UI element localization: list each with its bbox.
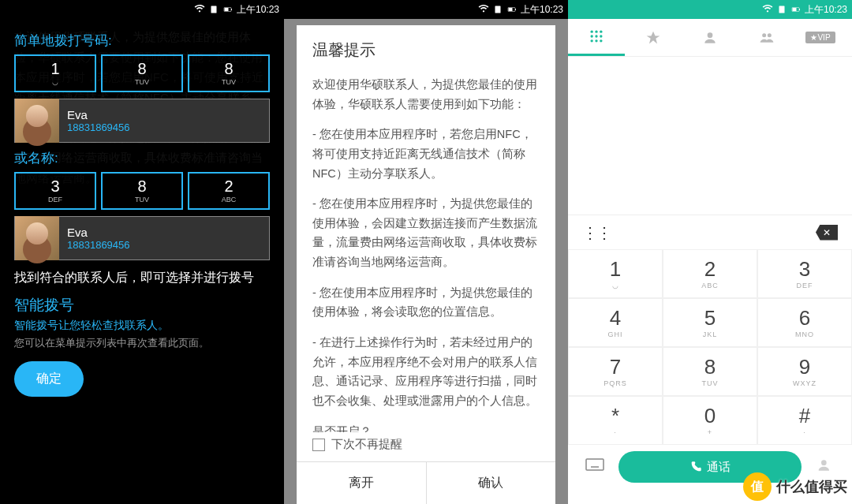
svg-point-13 bbox=[595, 31, 597, 33]
svg-point-12 bbox=[591, 31, 593, 33]
digit-bar: ⋮⋮ ✕ bbox=[568, 215, 852, 249]
status-time: 上午10:23 bbox=[805, 3, 847, 17]
dialog: 温馨提示 欢迎使用华硕联系人，为提供您最佳的使用体验，华硕联系人需要使用到如下功… bbox=[297, 25, 555, 504]
contact-card[interactable]: Eva 18831869456 bbox=[14, 216, 270, 260]
blank-area bbox=[568, 57, 852, 215]
svg-point-19 bbox=[595, 39, 597, 42]
screen-dialer: 上午10:23 ★VIP ⋮⋮ ✕ 1◡2ABC3DEF4GHI5JKL6MNO… bbox=[568, 0, 852, 504]
confirm-button[interactable]: 确认 bbox=[427, 462, 556, 504]
contact-name: Eva bbox=[67, 226, 130, 239]
tutorial-overlay: 简单地拨打号码: 1◡ 8TUV 8TUV Eva 18831869456 或名… bbox=[0, 19, 284, 504]
dial-key[interactable]: 8TUV bbox=[188, 54, 270, 92]
tab-bar: ★VIP bbox=[568, 19, 852, 57]
instruction-text: 找到符合的联系人后，即可选择并进行拨号 bbox=[14, 268, 270, 287]
dialog-paragraph: 欢迎使用华硕联系人，为提供您最佳的使用体验，华硕联系人需要使用到如下功能： bbox=[312, 75, 540, 114]
svg-rect-4 bbox=[495, 6, 500, 13]
watermark-text: 什么值得买 bbox=[776, 477, 847, 496]
svg-point-23 bbox=[768, 33, 772, 37]
svg-point-22 bbox=[762, 33, 766, 37]
dial-key-4[interactable]: 4GHI bbox=[568, 298, 663, 347]
dial-key-8[interactable]: 8TUV bbox=[663, 347, 757, 396]
contact-phone: 18831869456 bbox=[67, 239, 130, 251]
status-bar: 上午10:23 bbox=[568, 0, 852, 19]
screen-smart-dial: 上午10:23 欢迎使用华硕联系人，为提供您最佳的使用体验，华硕联系人需要使用到… bbox=[0, 0, 284, 504]
contact-name: Eva bbox=[67, 108, 130, 121]
feature-title: 智能拨号 bbox=[14, 295, 270, 315]
svg-point-20 bbox=[600, 39, 602, 42]
svg-rect-6 bbox=[508, 8, 512, 11]
leave-button[interactable]: 离开 bbox=[297, 462, 427, 504]
battery-icon bbox=[222, 4, 234, 15]
tab-contact[interactable] bbox=[682, 19, 738, 56]
backspace-icon[interactable]: ✕ bbox=[816, 225, 838, 241]
svg-point-15 bbox=[591, 35, 593, 37]
dial-key-*[interactable]: *· bbox=[568, 396, 663, 445]
dial-key[interactable]: 8TUV bbox=[101, 172, 183, 210]
dial-key-0[interactable]: 0+ bbox=[663, 396, 757, 445]
menu-icon[interactable]: ⋮⋮ bbox=[582, 223, 611, 242]
dial-key-2[interactable]: 2ABC bbox=[663, 249, 757, 298]
key-row-2: 3DEF 8TUV 2ABC bbox=[14, 172, 270, 210]
svg-rect-10 bbox=[792, 8, 796, 11]
dialog-question: 是否开启？ bbox=[312, 422, 540, 432]
avatar bbox=[15, 216, 59, 260]
dial-key-6[interactable]: 6MNO bbox=[757, 298, 852, 347]
dialog-paragraph: - 您在使用本应用程序时，若您启用NFC，将可使用支持近距离无线通信技术（简称N… bbox=[312, 125, 540, 183]
dont-remind-checkbox[interactable]: 下次不再提醒 bbox=[297, 432, 555, 461]
dial-key[interactable]: 2ABC bbox=[188, 172, 270, 210]
svg-point-17 bbox=[600, 35, 602, 37]
contact-phone: 18831869456 bbox=[67, 121, 130, 133]
dial-pad: 1◡2ABC3DEF4GHI5JKL6MNO7PQRS8TUV9WXYZ*·0+… bbox=[568, 249, 852, 445]
wifi-icon bbox=[478, 4, 489, 15]
screen-permission-dialog: 上午10:23 温馨提示 欢迎使用华硕联系人，为提供您最佳的使用体验，华硕联系人… bbox=[284, 0, 568, 504]
dial-key[interactable]: 3DEF bbox=[14, 172, 96, 210]
svg-rect-0 bbox=[211, 6, 216, 13]
keyboard-icon[interactable] bbox=[577, 458, 612, 476]
tab-dialpad[interactable] bbox=[568, 19, 625, 56]
phone-icon bbox=[689, 461, 702, 473]
dial-key[interactable]: 8TUV bbox=[101, 54, 183, 92]
svg-point-14 bbox=[600, 31, 602, 33]
dial-key-#[interactable]: #· bbox=[757, 396, 852, 445]
dial-key-5[interactable]: 5JKL bbox=[663, 298, 757, 347]
dial-key[interactable]: 1◡ bbox=[14, 54, 96, 92]
dialog-actions: 离开 确认 bbox=[297, 461, 555, 504]
key-row-1: 1◡ 8TUV 8TUV bbox=[14, 54, 270, 92]
svg-rect-8 bbox=[779, 6, 784, 13]
status-bar: 上午10:23 bbox=[284, 0, 568, 19]
sd-icon bbox=[492, 4, 503, 15]
tab-vip[interactable]: ★VIP bbox=[795, 19, 852, 56]
ok-button[interactable]: 确定 bbox=[14, 361, 84, 397]
watermark: 值 什么值得买 bbox=[743, 472, 847, 501]
checkbox-icon bbox=[312, 439, 325, 451]
svg-rect-7 bbox=[515, 9, 516, 10]
checkbox-label: 下次不再提醒 bbox=[331, 437, 402, 452]
dial-key-9[interactable]: 9WXYZ bbox=[757, 347, 852, 396]
status-bar: 上午10:23 bbox=[0, 0, 284, 19]
tab-favorites[interactable] bbox=[625, 19, 682, 56]
svg-point-16 bbox=[595, 35, 597, 37]
tab-groups[interactable] bbox=[738, 19, 795, 56]
battery-icon bbox=[790, 4, 802, 15]
feature-subtitle: 智能拨号让您轻松查找联系人。 bbox=[14, 319, 270, 333]
dialog-paragraph: - 在进行上述操作行为时，若未经过用户的允许，本应用程序绝不会对用户的联系人信息… bbox=[312, 333, 540, 411]
sd-icon bbox=[208, 4, 219, 15]
svg-point-30 bbox=[821, 460, 827, 465]
wifi-icon bbox=[762, 4, 773, 15]
svg-rect-3 bbox=[231, 9, 232, 10]
svg-point-21 bbox=[708, 32, 713, 38]
svg-rect-11 bbox=[799, 9, 800, 10]
svg-point-18 bbox=[591, 39, 593, 42]
dial-key-3[interactable]: 3DEF bbox=[757, 249, 852, 298]
dialog-body: 欢迎使用华硕联系人，为提供您最佳的使用体验，华硕联系人需要使用到如下功能： - … bbox=[297, 75, 555, 432]
dial-key-7[interactable]: 7PQRS bbox=[568, 347, 663, 396]
dialog-paragraph: - 您在使用本应用程序时，为提供您最佳的使用体验，会因建立数据连接而产生数据流量… bbox=[312, 194, 540, 272]
avatar bbox=[15, 99, 59, 143]
svg-rect-24 bbox=[586, 459, 604, 470]
dial-key-1[interactable]: 1◡ bbox=[568, 249, 663, 298]
feature-hint: 您可以在菜单提示列表中再次查看此页面。 bbox=[14, 336, 270, 350]
label-dial-number: 简单地拨打号码: bbox=[14, 32, 270, 50]
dialog-title: 温馨提示 bbox=[297, 25, 555, 75]
dialog-paragraph: - 您在使用本应用程序时，为提供您最佳的使用体验，将会读取您的位置信息。 bbox=[312, 283, 540, 322]
contact-card[interactable]: Eva 18831869456 bbox=[14, 99, 270, 143]
